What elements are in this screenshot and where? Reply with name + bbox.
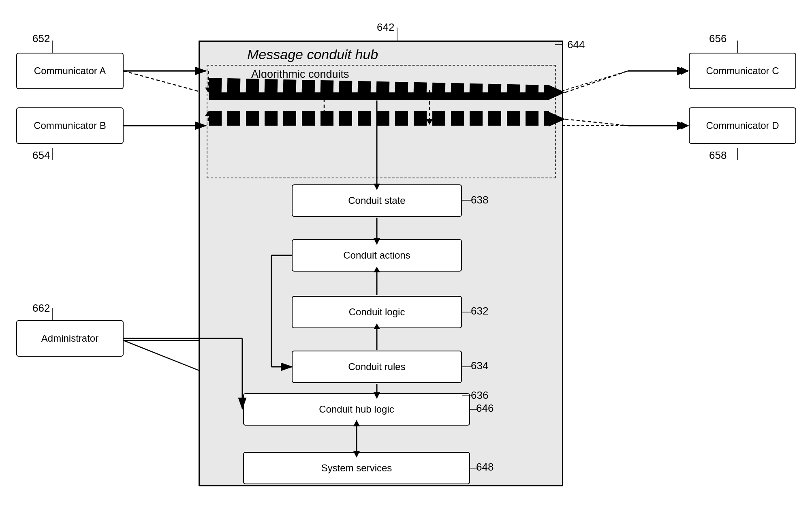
conduit-hub-logic-box: Conduit hub logic	[243, 393, 470, 426]
conduit-logic-box: Conduit logic	[292, 296, 462, 328]
hub-title: Message conduit hub	[247, 47, 378, 62]
communicator-c-box: Communicator C	[689, 53, 796, 89]
conduit-actions-box: Conduit actions	[292, 239, 462, 272]
svg-line-60	[565, 71, 628, 92]
ref-648: 648	[476, 461, 494, 473]
svg-marker-17	[681, 122, 689, 130]
ref-634: 634	[471, 359, 488, 372]
communicator-b-box: Communicator B	[16, 107, 124, 144]
ref-638: 638	[471, 194, 488, 206]
svg-marker-14	[681, 67, 689, 75]
ref-636: 636	[471, 389, 488, 402]
ref-658: 658	[709, 149, 727, 162]
svg-line-12	[557, 71, 628, 92]
ref-646: 646	[476, 402, 494, 415]
ref-652: 652	[32, 32, 50, 45]
system-services-box: System services	[243, 452, 470, 484]
ref-644: 644	[567, 39, 585, 51]
ref-642: 642	[377, 21, 394, 34]
ref-632: 632	[471, 305, 488, 317]
communicator-a-box: Communicator A	[16, 53, 124, 89]
conduits-inner-box	[207, 65, 556, 178]
conduits-label: Algorithmic conduits	[251, 68, 349, 81]
diagram-container: 642 644 Message conduit hub Algorithmic …	[0, 0, 812, 505]
administrator-box: Administrator	[16, 320, 124, 357]
conduit-state-box: Conduit state	[292, 184, 462, 217]
ref-662: 662	[32, 302, 50, 315]
ref-656: 656	[709, 32, 727, 45]
ref-654: 654	[32, 149, 50, 162]
svg-line-62	[565, 119, 628, 126]
communicator-d-box: Communicator D	[689, 107, 796, 144]
svg-line-4	[124, 71, 203, 92]
conduit-rules-box: Conduit rules	[292, 351, 462, 383]
